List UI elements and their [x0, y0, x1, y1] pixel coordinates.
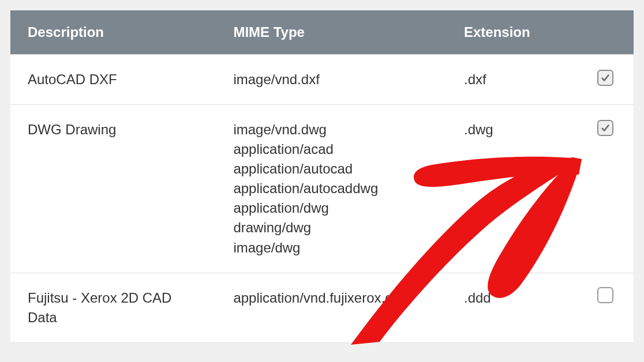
mime-value: drawing/dwg [233, 218, 429, 237]
mime-list: application/vnd.fujixerox.ddd [233, 288, 429, 308]
table-header-row: Description MIME Type Extension [10, 10, 634, 55]
mime-value: image/vnd.dwg [233, 120, 429, 139]
check-icon [600, 73, 611, 83]
enable-checkbox[interactable] [597, 120, 613, 136]
header-checkbox [578, 10, 634, 55]
mime-value: application/autocaddwg [233, 179, 429, 198]
cell-checkbox [578, 55, 634, 105]
cell-description: DWG Drawing [10, 105, 216, 273]
cell-description: AutoCAD DXF [10, 55, 216, 105]
mime-value: application/dwg [233, 198, 429, 218]
mime-value: image/dwg [233, 238, 429, 258]
mime-types-table-container: Description MIME Type Extension AutoCAD … [10, 10, 634, 343]
cell-extension: .dxf [447, 55, 578, 105]
cell-mime: application/vnd.fujixerox.ddd [216, 273, 447, 342]
header-extension: Extension [447, 10, 578, 55]
mime-value: application/acad [233, 139, 429, 159]
mime-value: application/vnd.fujixerox.ddd [233, 288, 429, 308]
enable-checkbox[interactable] [597, 70, 613, 86]
cell-extension: .ddd [447, 273, 578, 342]
cell-checkbox [578, 105, 634, 273]
cell-mime: image/vnd.dxf [216, 55, 447, 105]
cell-checkbox [578, 273, 634, 342]
table-row: DWG Drawing image/vnd.dwg application/ac… [10, 105, 634, 273]
header-description: Description [10, 10, 216, 55]
header-mime: MIME Type [216, 10, 447, 55]
mime-list: image/vnd.dxf [233, 70, 429, 89]
cell-description: Fujitsu - Xerox 2D CAD Data [10, 273, 216, 342]
table-row: Fujitsu - Xerox 2D CAD Data application/… [10, 273, 634, 342]
mime-list: image/vnd.dwg application/acad applicati… [233, 120, 429, 258]
enable-checkbox[interactable] [597, 287, 613, 303]
mime-types-table: Description MIME Type Extension AutoCAD … [10, 10, 634, 343]
table-row: AutoCAD DXF image/vnd.dxf .dxf [10, 55, 634, 105]
cell-extension: .dwg [447, 105, 578, 273]
check-icon [600, 123, 611, 133]
mime-value: image/vnd.dxf [233, 70, 429, 89]
mime-value: application/autocad [233, 159, 429, 179]
cell-mime: image/vnd.dwg application/acad applicati… [216, 105, 447, 273]
